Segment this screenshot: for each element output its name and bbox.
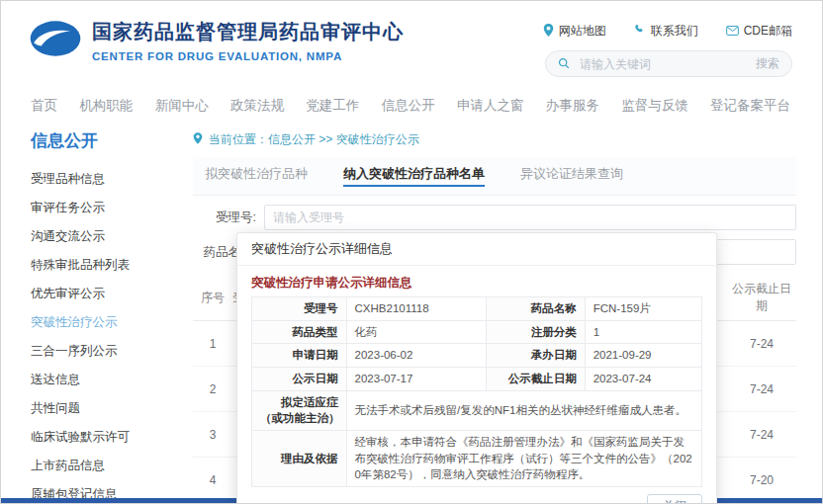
- col-header-no: 序号: [193, 290, 232, 306]
- row-deadline: 7-24: [727, 428, 796, 442]
- row-no: 1: [193, 337, 232, 351]
- modal-section-title: 突破性治疗申请公示详细信息: [237, 266, 716, 296]
- cde-mailbox-link[interactable]: CDE邮箱: [726, 23, 792, 40]
- cde-logo: [29, 19, 82, 62]
- location-pin-icon: [193, 132, 203, 147]
- accept-no-field-label: 受理号: [252, 297, 347, 321]
- nav-item-organization[interactable]: 机构职能: [79, 97, 133, 115]
- deadline-value: 2023-07-24: [585, 368, 701, 391]
- brand: 国家药品监督管理局药品审评中心 CENTER FOR DRUG EVALUATI…: [29, 19, 404, 62]
- indication-field-label: 拟定适应症（或功能主治）: [252, 390, 347, 430]
- sitemap-link-label: 网站地图: [559, 23, 606, 40]
- sidebar-item-three-in-one[interactable]: 三合一序列公示: [31, 337, 179, 366]
- org-title: 国家药品监督管理局药品审评中心: [92, 19, 404, 45]
- row-no: 2: [193, 382, 232, 396]
- reg-class-value: 1: [585, 320, 701, 344]
- accept-no-label: 受理号:: [193, 210, 264, 226]
- nav-item-registration-platform[interactable]: 登记备案平台: [710, 97, 790, 115]
- nav-item-policies[interactable]: 政策法规: [230, 97, 284, 115]
- sidebar: 信息公开 受理品种信息 审评任务公示 沟通交流公示 特殊审批品种列表 优先审评公…: [31, 124, 179, 495]
- accept-no-value: CXHB2101118: [346, 297, 486, 321]
- sidebar-item-communication[interactable]: 沟通交流公示: [31, 222, 179, 251]
- sitemap-link[interactable]: 网站地图: [543, 23, 606, 40]
- nav-item-applicant-window[interactable]: 申请人之窗: [457, 97, 524, 115]
- publicity-date-value: 2023-07-17: [346, 368, 486, 391]
- row-no: 3: [193, 428, 232, 442]
- nav-item-services[interactable]: 办事服务: [546, 97, 599, 115]
- breadcrumb: 当前位置：信息公开 >> 突破性治疗公示: [193, 131, 796, 148]
- apply-date-value: 2023-06-02: [346, 344, 486, 368]
- sidebar-item-common-issues[interactable]: 共性问题: [31, 394, 179, 423]
- publicity-date-field-label: 公示日期: [252, 368, 347, 391]
- search-icon: [558, 55, 570, 73]
- nav-item-party-building[interactable]: 党建工作: [306, 97, 359, 115]
- deadline-field-label: 公示截止日期: [486, 368, 585, 391]
- site-search: 搜索: [545, 50, 792, 77]
- sidebar-item-accepted-product-info[interactable]: 受理品种信息: [31, 165, 179, 194]
- col-header-deadline: 公示截止日期: [727, 281, 796, 314]
- site-header: 国家药品监督管理局药品审评中心 CENTER FOR DRUG EVALUATI…: [1, 1, 822, 90]
- main-nav: 首页 机构职能 新闻中心 政策法规 党建工作 信息公开 申请人之窗 办事服务 监…: [31, 92, 790, 120]
- modal-title: 突破性治疗公示详细信息: [237, 233, 716, 266]
- reg-class-field-label: 注册分类: [486, 320, 585, 344]
- page: 国家药品监督管理局药品审评中心 CENTER FOR DRUG EVALUATI…: [0, 0, 823, 504]
- undertake-date-value: 2021-09-29: [585, 344, 701, 368]
- quick-links: 网站地图 联系我们 CDE邮箱: [543, 23, 792, 40]
- row-deadline: 7-24: [727, 382, 796, 396]
- brand-text: 国家药品监督管理局药品审评中心 CENTER FOR DRUG EVALUATI…: [92, 19, 404, 62]
- tab-included-breakthrough-list[interactable]: 纳入突破性治疗品种名单: [343, 165, 485, 187]
- undertake-date-field-label: 承办日期: [486, 344, 585, 368]
- sidebar-item-priority-review[interactable]: 优先审评公示: [31, 280, 179, 308]
- sidebar-title: 信息公开: [31, 129, 179, 152]
- drug-name-value: FCN-159片: [585, 297, 701, 321]
- sidebar-item-breakthrough-therapy[interactable]: 突破性治疗公示: [31, 308, 179, 337]
- drug-type-value: 化药: [346, 320, 486, 344]
- nav-item-info-disclosure[interactable]: 信息公开: [382, 97, 435, 115]
- row-deadline: 7-24: [727, 337, 796, 351]
- reason-value: 经审核，本申请符合《药品注册管理办法》和《国家药监局关于发布突破性治疗药物审评工…: [346, 431, 701, 487]
- search-button[interactable]: 搜索: [756, 55, 779, 72]
- nav-item-supervision-feedback[interactable]: 监督与反馈: [621, 97, 688, 115]
- drug-type-field-label: 药品类型: [252, 320, 347, 344]
- row-no: 4: [193, 473, 232, 487]
- indication-value: 无法手术或术后残留/复发的NF1相关的丛状神经纤维瘤成人患者。: [346, 390, 701, 430]
- nav-item-news[interactable]: 新闻中心: [155, 97, 209, 115]
- tab-proposed-breakthrough[interactable]: 拟突破性治疗品种: [205, 165, 308, 187]
- sidebar-item-marketed-drug-info[interactable]: 上市药品信息: [31, 452, 179, 480]
- org-subtitle: CENTER FOR DRUG EVALUATION, NMPA: [92, 50, 404, 62]
- accept-no-input[interactable]: [264, 205, 796, 230]
- contact-us-link-label: 联系我们: [651, 23, 698, 40]
- sidebar-item-clinical-trial-implied-license[interactable]: 临床试验默示许可: [31, 423, 179, 452]
- sidebar-item-delivery-info[interactable]: 送达信息: [31, 366, 179, 394]
- tab-objection-result-query[interactable]: 异议论证结果查询: [520, 165, 623, 187]
- search-input[interactable]: [578, 56, 748, 72]
- sidebar-item-special-approval-list[interactable]: 特殊审批品种列表: [31, 251, 179, 280]
- row-deadline: 7-20: [727, 473, 796, 487]
- close-button[interactable]: 关闭: [647, 494, 702, 504]
- breadcrumb-text: 当前位置：信息公开 >> 突破性治疗公示: [209, 131, 419, 148]
- contact-us-link[interactable]: 联系我们: [634, 23, 698, 40]
- cde-mailbox-link-label: CDE邮箱: [744, 23, 792, 40]
- tab-bar: 拟突破性治疗品种 纳入突破性治疗品种名单 异议论证结果查询: [193, 157, 796, 196]
- reason-field-label: 理由及依据: [252, 431, 347, 487]
- detail-table: 受理号 CXHB2101118 药品名称 FCN-159片 药品类型 化药 注册…: [251, 296, 702, 487]
- drug-name-field-label: 药品名称: [486, 297, 585, 321]
- nav-item-home[interactable]: 首页: [31, 97, 57, 115]
- mail-icon: [726, 25, 739, 39]
- sidebar-item-review-task[interactable]: 审评任务公示: [31, 194, 179, 222]
- location-pin-icon: [543, 24, 554, 40]
- breakthrough-detail-modal: 突破性治疗公示详细信息 突破性治疗申请公示详细信息 受理号 CXHB210111…: [236, 232, 717, 504]
- modal-footer: 关闭: [237, 487, 716, 504]
- apply-date-field-label: 申请日期: [252, 344, 347, 368]
- phone-icon: [634, 24, 646, 39]
- filter-row-accept-no: 受理号:: [193, 205, 796, 230]
